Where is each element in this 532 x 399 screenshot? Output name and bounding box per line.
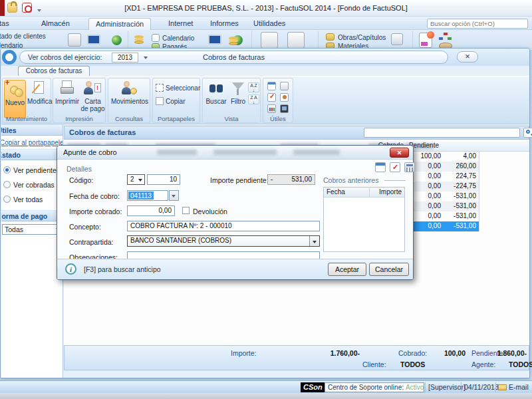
calendar-icon[interactable] xyxy=(375,162,386,172)
importe-cobrado-field[interactable]: 0,00 xyxy=(127,205,175,216)
chart-icon[interactable] xyxy=(267,104,276,113)
dialog-close-button[interactable]: ✕ xyxy=(390,148,409,158)
support-status-value: Activo xyxy=(406,384,424,391)
radio-ver-pendientes[interactable]: Ver pendientes xyxy=(1,163,63,178)
group-utiles: ✓ Útiles xyxy=(263,78,293,123)
ribbon-estado-clientes[interactable]: Estado de clientes xyxy=(0,33,46,40)
factusol-round-logo xyxy=(2,50,17,65)
email-button[interactable]: E-mail xyxy=(509,383,529,391)
tab-utilidades[interactable]: Utilidades xyxy=(247,18,292,30)
dropdown-button[interactable] xyxy=(309,236,319,246)
group-label: Vista xyxy=(203,115,260,122)
monitor-icon[interactable] xyxy=(86,33,102,47)
report-icon[interactable] xyxy=(419,33,432,48)
ribbon-calendario[interactable]: Calendario xyxy=(162,35,194,42)
coins-icon[interactable] xyxy=(133,33,149,47)
tools-icon[interactable] xyxy=(391,33,403,45)
cobros-window-header: Cobros de facturas Ver cobros del ejerci… xyxy=(1,49,529,66)
tab-ventas[interactable]: Ventas xyxy=(0,18,19,30)
remesas-icon[interactable] xyxy=(261,32,278,49)
cancelar-button[interactable]: Cancelar xyxy=(369,263,409,276)
tab-almacen[interactable]: Almacén xyxy=(35,18,76,30)
cliente-label: Cliente: xyxy=(362,360,386,368)
lock-icon[interactable] xyxy=(7,3,17,13)
ribbon-obras[interactable]: Obras/Capítulos xyxy=(338,34,386,41)
status-separator xyxy=(425,382,426,392)
group-consultas: Movimientos Consultas xyxy=(108,78,150,123)
agente-label: Agente: xyxy=(471,360,495,368)
importe-value: 1.760,00- xyxy=(331,349,360,357)
edit-page-icon xyxy=(31,80,47,96)
ribbon-separator xyxy=(412,31,413,50)
copy-icon xyxy=(156,97,164,105)
concepto-field[interactable]: COBRO FACTURA Nº: 2 - 000010 xyxy=(127,221,320,231)
obras-icon[interactable] xyxy=(326,33,334,41)
radio-ver-todas[interactable]: Ver todas xyxy=(1,192,63,207)
new-coins-icon: + xyxy=(7,82,23,98)
tab-administracion[interactable]: Administración xyxy=(88,18,151,30)
devolucion-checkbox[interactable] xyxy=(182,207,190,214)
radio-ver-cobradas[interactable]: Ver cobradas xyxy=(1,178,63,192)
list-search-input[interactable] xyxy=(364,128,520,138)
movimientos-button[interactable]: Movimientos xyxy=(110,80,150,105)
check-icon[interactable]: ✓ xyxy=(267,93,276,102)
codigo-serie-combo[interactable]: 2 xyxy=(127,174,145,185)
copiar-al-portapapeles-link[interactable]: Copiar al portapapeles xyxy=(1,139,63,146)
fecha-dropdown-button[interactable] xyxy=(169,190,179,201)
statusbar: CSon Centro de Soporte online:Activo [Su… xyxy=(0,380,532,393)
monitor-icon-2[interactable] xyxy=(207,33,223,47)
sidebar-header-forma-de-pago: Forma de pago xyxy=(1,210,63,221)
document-icon[interactable] xyxy=(68,33,81,47)
aceptar-button[interactable]: Aceptar xyxy=(328,263,366,276)
codigo-numero-field[interactable]: 10 xyxy=(147,174,180,185)
cobros-anteriores-table: Fecha Importe xyxy=(323,187,405,252)
remesas-icon-2[interactable] xyxy=(287,32,305,49)
modificar-button[interactable]: Modificar xyxy=(27,80,51,105)
fecha-selected-text: 041113 xyxy=(128,192,154,200)
filtro-button[interactable]: Filtro xyxy=(229,80,247,105)
contrapartida-label: Contrapartida: xyxy=(69,238,114,246)
fecha-cobro-combo[interactable]: 041113 xyxy=(127,190,168,201)
contrapartida-combo[interactable]: BANCO SANTANDER (COBROS) xyxy=(127,235,320,247)
importe-cobrado-label: Importe cobrado: xyxy=(69,207,122,215)
chevron-down-icon[interactable] xyxy=(37,9,41,12)
col-importe[interactable]: Importe xyxy=(379,188,402,196)
tab-cobros-de-facturas[interactable]: Cobros de facturas xyxy=(18,66,90,76)
close-window-button[interactable]: ✕ xyxy=(457,51,478,63)
imprimir-button[interactable]: Imprimir xyxy=(55,80,80,105)
buscar-button[interactable]: Buscar xyxy=(205,80,227,105)
sort-az-button[interactable]: A Z ↓ xyxy=(248,82,259,92)
sort-za-button[interactable]: Z A ↓ xyxy=(248,94,259,104)
dialog-titlebar[interactable]: Apunte de cobro ✕ xyxy=(57,146,413,160)
check-task-icon[interactable] xyxy=(390,162,400,172)
phone-icon[interactable] xyxy=(280,104,289,113)
tab-informes[interactable]: Informes xyxy=(203,18,245,30)
factusol-icon[interactable] xyxy=(22,3,32,13)
cobrado-value: 100,00 xyxy=(444,349,466,357)
seleccionar-button[interactable]: Seleccionar xyxy=(156,84,200,92)
search-icon[interactable] xyxy=(523,128,532,138)
carta-de-pago-button[interactable]: ! Carta de pago xyxy=(80,80,105,112)
select-icon xyxy=(156,84,164,92)
cliente-value: TODOS xyxy=(400,360,425,368)
contact-icon[interactable] xyxy=(280,93,289,102)
calendar-icon[interactable] xyxy=(267,82,276,90)
calendar-small-icon[interactable] xyxy=(152,34,160,42)
copiar-button[interactable]: Copiar xyxy=(156,97,185,105)
ejercicio-select[interactable]: 2013 xyxy=(112,53,138,63)
app-button[interactable] xyxy=(0,0,5,16)
calculator-icon[interactable] xyxy=(404,162,415,172)
col-fecha[interactable]: Fecha xyxy=(327,188,345,196)
globe-report-icon[interactable] xyxy=(108,33,124,47)
cobrado-label: Cobrado: xyxy=(398,349,427,357)
group-label: Impresión xyxy=(53,115,105,122)
nuevo-button[interactable]: + Nuevo xyxy=(4,80,26,118)
clock-icon[interactable] xyxy=(280,82,289,90)
globe-money-icon[interactable] xyxy=(229,33,245,47)
tab-internet[interactable]: Internet xyxy=(162,18,200,30)
search-option-input[interactable] xyxy=(427,19,528,29)
orgchart-icon[interactable] xyxy=(439,33,452,41)
forma-de-pago-select[interactable]: Todas xyxy=(2,224,62,235)
chevron-down-icon[interactable] xyxy=(144,57,148,59)
email-icon[interactable] xyxy=(498,384,507,390)
